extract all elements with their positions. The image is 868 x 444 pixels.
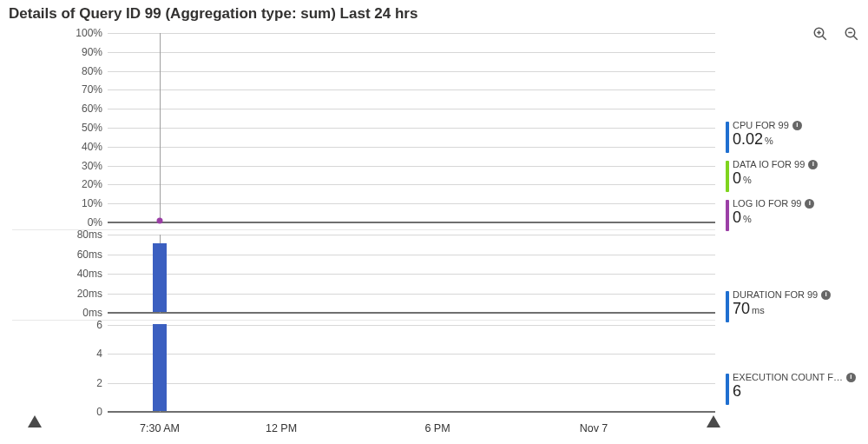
info-icon[interactable]: i	[846, 373, 856, 382]
chart-area: 100% 90% 80% 70% 60% 50% 40% 30% 20% 10%…	[12, 33, 715, 424]
y-tick: 100%	[76, 27, 102, 39]
info-icon[interactable]: i	[792, 121, 802, 130]
metric-unit: %	[743, 214, 752, 224]
range-handle-left[interactable]	[28, 415, 42, 427]
zoom-in-icon[interactable]	[812, 26, 828, 42]
page-title: Details of Query ID 99 (Aggregation type…	[0, 0, 868, 26]
range-handle-right[interactable]	[707, 415, 720, 427]
panel-execcount: 6 4 2 0	[12, 325, 715, 412]
metric-unit: ms	[752, 305, 765, 315]
info-icon[interactable]: i	[808, 160, 818, 169]
y-tick: 60%	[82, 103, 102, 115]
x-tick: Nov 7	[580, 422, 608, 434]
metric-value: 0.02	[733, 130, 763, 148]
y-tick: 20%	[82, 178, 102, 190]
metric-value: 0	[733, 169, 741, 187]
y-tick: 50%	[82, 122, 102, 134]
metric-duration[interactable]: DURATION FOR 99i 70ms	[726, 289, 865, 318]
y-tick: 40ms	[77, 268, 102, 280]
swatch	[726, 161, 729, 192]
swatch	[726, 200, 729, 231]
bar-execcount	[153, 324, 167, 411]
metric-cpu[interactable]: CPU FOR 99i 0.02%	[726, 120, 865, 149]
y-tick: 20ms	[77, 288, 102, 300]
x-axis: 7:30 AM 12 PM 6 PM Nov 7	[108, 415, 715, 441]
info-icon[interactable]: i	[805, 199, 814, 209]
panel-percent: 100% 90% 80% 70% 60% 50% 40% 30% 20% 10%…	[12, 33, 715, 222]
metric-label: LOG IO FOR 99	[733, 198, 801, 209]
y-tick: 0%	[88, 216, 102, 229]
x-tick: 6 PM	[424, 422, 450, 434]
metric-label: EXECUTION COUNT F…	[733, 372, 843, 382]
metric-label: DATA IO FOR 99	[733, 159, 805, 169]
plot-duration[interactable]	[108, 235, 715, 313]
swatch	[726, 291, 729, 322]
swatch	[726, 122, 729, 153]
data-point-logio	[157, 217, 163, 223]
metric-cards: CPU FOR 99i 0.02% DATA IO FOR 99i 0% LOG…	[726, 120, 865, 411]
x-tick: 7:30 AM	[140, 422, 180, 434]
metric-unit: %	[743, 175, 752, 185]
metric-dataio[interactable]: DATA IO FOR 99i 0%	[726, 159, 865, 188]
swatch	[726, 374, 729, 405]
panel-duration: 80ms 60ms 40ms 20ms 0ms	[12, 235, 715, 313]
y-tick: 80ms	[77, 229, 102, 241]
time-cursor[interactable]	[160, 33, 161, 222]
zoom-out-icon[interactable]	[844, 26, 859, 42]
y-axis-duration: 80ms 60ms 40ms 20ms 0ms	[12, 235, 108, 313]
x-tick: 12 PM	[266, 422, 297, 434]
y-tick: 0	[96, 406, 102, 418]
y-axis-execcount: 6 4 2 0	[12, 325, 108, 412]
info-icon[interactable]: i	[821, 290, 831, 300]
y-tick: 10%	[82, 197, 102, 209]
plot-execcount[interactable]	[108, 325, 715, 412]
metric-label: CPU FOR 99	[733, 120, 789, 130]
y-tick: 30%	[82, 160, 102, 172]
y-tick: 60ms	[77, 249, 102, 261]
y-tick: 0ms	[82, 307, 102, 319]
y-tick: 70%	[82, 83, 102, 96]
y-tick: 90%	[82, 46, 102, 58]
y-tick: 4	[96, 348, 102, 360]
metric-label: DURATION FOR 99	[733, 289, 818, 300]
metric-unit: %	[765, 136, 773, 146]
y-axis-percent: 100% 90% 80% 70% 60% 50% 40% 30% 20% 10%…	[12, 33, 108, 222]
metric-execcount[interactable]: EXECUTION COUNT F…i 6	[726, 372, 865, 401]
y-tick: 80%	[82, 65, 102, 77]
svg-line-5	[853, 36, 858, 40]
metric-value: 6	[733, 382, 741, 400]
metric-logio[interactable]: LOG IO FOR 99i 0%	[726, 198, 865, 227]
metric-value: 70	[733, 300, 750, 317]
metric-value: 0	[733, 209, 741, 226]
y-tick: 2	[96, 377, 102, 389]
y-tick: 40%	[82, 141, 102, 153]
bar-duration	[153, 243, 167, 312]
svg-line-1	[822, 36, 826, 40]
zoom-controls	[812, 26, 859, 42]
y-tick: 6	[96, 319, 102, 331]
plot-percent[interactable]	[108, 33, 715, 222]
